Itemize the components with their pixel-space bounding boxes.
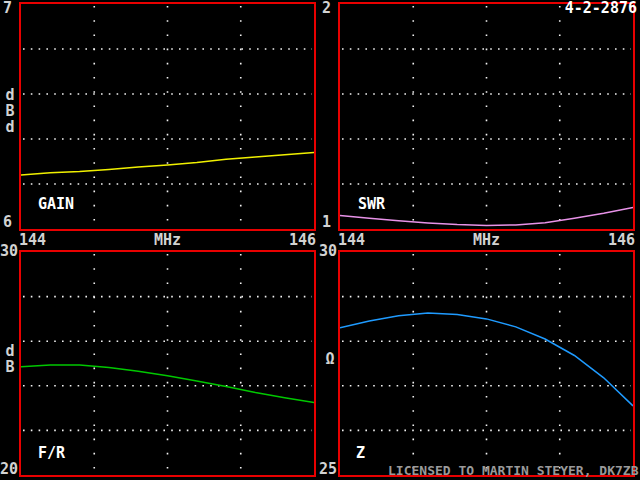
yaxis-unit-char: d xyxy=(4,87,16,103)
swr-xtick-146: 146 xyxy=(608,232,635,248)
yaxis-unit-char: B xyxy=(4,359,16,375)
swr-xaxis-unit: MHz xyxy=(473,232,500,248)
z-yaxis-unit-ohm: Ω xyxy=(324,351,336,367)
swr-ytick-top: 2 xyxy=(322,0,331,16)
yaxis-unit-char: d xyxy=(4,119,16,135)
gain-ytick-top: 7 xyxy=(3,0,12,16)
gain-ytick-bottom: 6 xyxy=(3,214,12,230)
z-chart-panel xyxy=(338,250,635,477)
swr-xtick-144: 144 xyxy=(338,232,365,248)
license-text: LICENSED TO MARTIN STEYER, DK7ZB xyxy=(388,463,638,479)
fr-ytick-bottom: 20 xyxy=(0,461,18,477)
z-ytick-bottom: 25 xyxy=(319,461,337,477)
gain-xtick-144: 144 xyxy=(19,232,46,248)
z-panel-title: Z xyxy=(356,445,365,461)
z-plot xyxy=(340,252,633,475)
swr-xaxis-row: 144 MHz 146 xyxy=(338,232,635,248)
fr-chart-panel xyxy=(19,250,316,477)
fr-ytick-top: 30 xyxy=(0,243,18,259)
gain-panel-title: GAIN xyxy=(38,196,74,212)
yaxis-unit-char: Ω xyxy=(324,351,336,367)
yaxis-unit-char: d xyxy=(4,343,16,359)
z-curve xyxy=(340,313,633,406)
yaxis-unit-char: B xyxy=(4,103,16,119)
z-ytick-top: 30 xyxy=(319,243,337,259)
fr-plot xyxy=(21,252,314,475)
fr-panel-title: F/R xyxy=(38,445,65,461)
swr-ytick-bottom: 1 xyxy=(322,214,331,230)
gain-yaxis-unit-dbd: dBd xyxy=(4,87,16,135)
gain-xtick-146: 146 xyxy=(289,232,316,248)
swr-panel-title: SWR xyxy=(358,196,385,212)
gain-xaxis-unit: MHz xyxy=(154,232,181,248)
fr-yaxis-unit-db: dB xyxy=(4,343,16,375)
antenna-analysis-screen: { "window": { "date_stamp": "4-2-2876", … xyxy=(0,0,640,480)
gain-xaxis-row: 144 MHz 146 xyxy=(19,232,316,248)
date-stamp: 4-2-2876 xyxy=(565,0,637,16)
